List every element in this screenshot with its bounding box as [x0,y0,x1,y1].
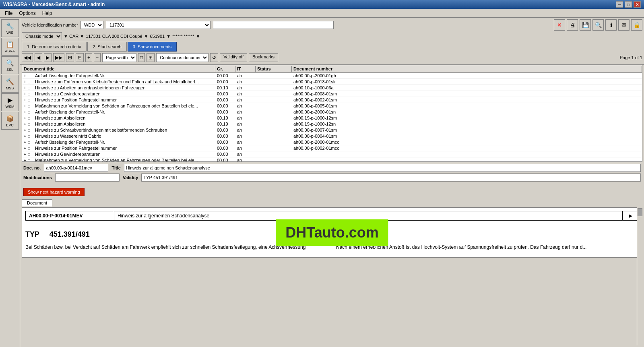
row-expand-icon[interactable]: + [22,92,28,96]
doc-list-row[interactable]: + □ Hinweise zu Gewindereparaturen 00.00… [22,91,642,97]
continuous-doc-select[interactable]: Continuous document Single page [156,53,208,62]
doc-viewer-scrollbar[interactable] [637,207,642,345]
help-menu[interactable]: Help [39,10,56,17]
doc-list-row[interactable]: + □ Aufschlüsselung der Fahrgestell-Nr. … [22,139,642,145]
doc-list-row[interactable]: + □ Hinweise zu Schraubverbindungen mit … [22,127,642,133]
vin-number-dropdown[interactable]: 117301 [106,21,211,29]
bookmarks-button[interactable]: Bookmarks [249,53,278,62]
row-expand-icon[interactable]: + [22,128,28,132]
modifications-input[interactable] [55,174,120,182]
lock-icon-btn[interactable]: 🔒 [631,19,642,31]
save-icon-btn[interactable]: 💾 [580,19,591,31]
sidebar-item-asra[interactable]: 📋 ASRA [1,38,19,56]
row-expand-icon[interactable]: + [22,104,28,108]
step2-tab[interactable]: 2. Start search [87,42,127,52]
minimize-button[interactable]: ─ [616,1,623,8]
row-checkbox[interactable]: □ [28,128,34,132]
file-menu[interactable]: File [2,10,16,17]
title-input[interactable] [124,164,641,172]
row-checkbox[interactable]: □ [28,104,34,108]
row-checkbox[interactable]: □ [28,152,34,157]
row-checkbox[interactable]: □ [28,146,34,151]
nav-prev-button[interactable]: ◀ [35,53,42,62]
document-tab[interactable]: Document [22,199,52,207]
maximize-button[interactable]: □ [625,1,632,8]
print-icon-btn[interactable]: 🖨 [567,19,578,31]
doc-list-row[interactable]: + □ Hinweise zu Arbeiten an erdgasbetrie… [22,85,642,91]
window-controls[interactable]: ─ □ ✕ [616,1,641,8]
row-checkbox[interactable]: □ [28,116,34,120]
doc-list-row[interactable]: + □ Aufschlüsselung der Fahrgestell-Nr. … [22,109,642,115]
single-page-button[interactable]: □ [138,53,145,62]
doc-list-row[interactable]: + □ Hinweise zum Abisolieren 00.19 ah ah… [22,115,642,121]
page-width-select[interactable]: Page width Full page 75% 100% 150% [102,53,136,62]
row-checkbox[interactable]: □ [28,110,34,114]
close-button[interactable]: ✕ [634,1,641,8]
row-checkbox[interactable]: □ [28,80,34,84]
view-toggle-button[interactable]: ⊞ [66,53,74,62]
doc-viewer[interactable]: AH00.00-P-0014-01MEV Hinweis zur allgeme… [22,207,642,258]
search-icon-btn[interactable]: 🔍 [592,19,604,31]
row-expand-icon[interactable]: + [22,134,28,138]
doc-list-row[interactable]: + □ Hinweise zu Gewindereparaturen 00.00… [22,151,642,157]
refresh-button[interactable]: ↺ [210,53,218,62]
info-icon-btn[interactable]: ℹ [605,19,617,31]
row-expand-icon[interactable]: + [22,146,28,151]
vin-prefix-select[interactable]: WDD [80,21,103,29]
clear-icon-btn[interactable]: ✕ [554,19,565,31]
nav-next-button[interactable]: ▶ [44,53,52,62]
row-expand-icon[interactable]: + [22,110,28,114]
validity-off-button[interactable]: Validity off [220,53,247,62]
row-expand-icon[interactable]: + [22,86,28,90]
validity-input[interactable] [141,174,641,182]
row-checkbox[interactable]: □ [28,122,34,126]
zoom-in-button[interactable]: + [85,53,92,62]
vin-search-input[interactable] [213,21,334,29]
doc-list-row[interactable]: + □ Hinweise zum Abisolieren 00.19 ah ah… [22,121,642,127]
multi-page-button[interactable]: ⊞ [147,53,155,62]
row-expand-icon[interactable]: + [22,98,28,102]
doc-two-col: Bei Schäden bzw. bei Verdacht auf Schäde… [25,244,639,251]
doc-no-input[interactable] [44,164,108,172]
row-expand-icon[interactable]: + [22,122,28,126]
row-checkbox[interactable]: □ [28,98,34,102]
zoom-mode-button[interactable]: ⊟ [76,53,84,62]
doc-list-body[interactable]: + □ Aufschlüsselung der Fahrgestell-Nr. … [22,73,642,161]
row-expand-icon[interactable]: + [22,116,28,120]
doc-list-row[interactable]: + □ Hinweise zu Wassereintritt Cabrio 00… [22,133,642,139]
doc-list-row[interactable]: + □ Maßnahmen zur Vermeidung von Schäden… [22,157,642,161]
doc-play-button[interactable]: ▶ [623,211,639,221]
row-expand-icon[interactable]: + [22,158,28,162]
nav-last-button[interactable]: ▶▶ [53,53,64,62]
doc-list-row[interactable]: + □ Maßnahmen zur Vermeidung von Schäden… [22,103,642,109]
row-checkbox[interactable]: □ [28,140,34,145]
sidebar-item-wis[interactable]: 🔧 WIS [1,19,19,37]
sidebar-item-ssl[interactable]: 🔍 SSL [1,56,19,74]
row-checkbox[interactable]: □ [28,92,34,96]
row-checkbox[interactable]: □ [28,134,34,138]
sidebar-label-wsm: WSM [6,105,14,109]
row-checkbox[interactable]: □ [28,158,34,162]
nav-first-button[interactable]: ◀◀ [22,53,33,62]
row-expand-icon[interactable]: + [22,140,28,145]
chassis-mode-select[interactable]: Chassis mode [22,32,62,40]
row-expand-icon[interactable]: + [22,80,28,84]
sidebar-item-mss[interactable]: 🔨 MSS [1,75,19,93]
hazard-warning-button[interactable]: Show next hazard warning [23,188,85,196]
email-icon-btn[interactable]: ✉ [618,19,630,31]
scrollbar-thumb[interactable] [638,208,642,216]
sidebar-item-wsm[interactable]: ▶ WSM [1,93,19,111]
doc-list-row[interactable]: + □ Hinweise zur Position Fahrgestellnum… [22,145,642,151]
sidebar-item-epc[interactable]: 📦 EPC [1,112,19,130]
doc-list-row[interactable]: + □ Hinweise zum Entfernen von Klebstoff… [22,79,642,85]
options-menu[interactable]: Options [16,10,39,17]
doc-list-row[interactable]: + □ Hinweise zur Position Fahrgestellnum… [22,97,642,103]
row-expand-icon[interactable]: + [22,152,28,157]
row-checkbox[interactable]: □ [28,74,34,78]
step3-tab[interactable]: 3. Show documents [128,42,177,52]
doc-list-row[interactable]: + □ Aufschlüsselung der Fahrgestell-Nr. … [22,73,642,79]
zoom-out-button[interactable]: − [94,53,101,62]
row-checkbox[interactable]: □ [28,86,34,90]
step1-tab[interactable]: 1. Determine search criteria [22,42,87,52]
row-expand-icon[interactable]: + [22,74,28,78]
